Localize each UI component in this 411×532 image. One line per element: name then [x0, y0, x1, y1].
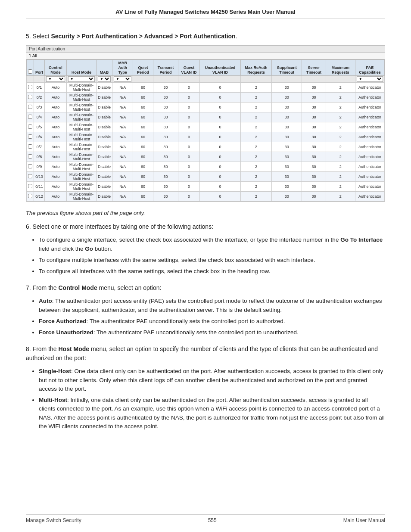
filter-host-mode[interactable]: ▼ — [66, 76, 96, 83]
row-checkbox[interactable] — [28, 164, 32, 168]
step-7-line: 7. From the Control Mode menu, select an… — [26, 283, 385, 292]
filter-mab[interactable]: ▼ — [97, 76, 112, 83]
step-7-bullet-force-auth: Force Authorized: The authenticator PAE … — [39, 317, 385, 326]
row-checkbox[interactable] — [28, 144, 32, 149]
row-checkbox-cell[interactable] — [27, 93, 34, 103]
table-row: 0/8AutoMulti-Domain-Multi-HostDisableN/A… — [27, 152, 385, 162]
table-cell: 60 — [133, 93, 153, 103]
footer-left: Manage Switch Security — [26, 517, 81, 523]
filter-mab-auth[interactable]: ▼ — [112, 76, 133, 83]
step-7-bullet-auto: Auto: The authenticator port access enti… — [39, 297, 385, 314]
step-5-line: 5. Select Security > Port Authentication… — [26, 32, 385, 41]
row-checkbox[interactable] — [28, 154, 32, 159]
row-checkbox[interactable] — [28, 85, 32, 89]
table-cell: Disable — [97, 83, 112, 93]
header-title: AV Line of Fully Managed Switches M4250 … — [115, 9, 295, 15]
table-cell: 2 — [241, 112, 272, 122]
row-checkbox-cell[interactable] — [27, 103, 34, 112]
table-cell: 60 — [133, 83, 153, 93]
filter-unauth — [200, 76, 241, 83]
table-cell: 30 — [153, 93, 178, 103]
row-checkbox[interactable] — [28, 194, 32, 198]
table-cell: 30 — [153, 103, 178, 112]
row-checkbox[interactable] — [28, 115, 32, 119]
row-checkbox[interactable] — [28, 95, 32, 99]
table-filter-row: ▼ ▼ ▼ ▼ ▼ — [27, 76, 385, 83]
table-cell: 0 — [200, 172, 241, 182]
table-cell: 0/5 — [34, 122, 45, 132]
row-checkbox-cell[interactable] — [27, 192, 34, 202]
select-all-checkbox[interactable] — [28, 69, 32, 74]
table-cell: 2 — [241, 152, 272, 162]
go-to-interface-bold: Go To Interface — [340, 236, 383, 243]
table-cell: 60 — [133, 172, 153, 182]
force-unauthorized-bold: Force Unauthorized — [39, 329, 93, 336]
table-cell: 60 — [133, 122, 153, 132]
row-checkbox-cell[interactable] — [27, 162, 34, 172]
table-cell: Authenticator — [355, 142, 384, 152]
table-cell: 0 — [200, 103, 241, 112]
filter-control-mode-select[interactable]: ▼ — [46, 76, 65, 82]
row-checkbox-cell[interactable] — [27, 172, 34, 182]
row-checkbox-cell[interactable] — [27, 132, 34, 142]
table-cell: 30 — [302, 142, 326, 152]
table-cell: 60 — [133, 103, 153, 112]
table-cell: 30 — [302, 132, 326, 142]
table-cell: 30 — [272, 93, 302, 103]
table-cell: 30 — [302, 192, 326, 202]
row-checkbox[interactable] — [28, 105, 32, 109]
row-checkbox[interactable] — [28, 134, 32, 139]
table-cell: Multi-Domain-Multi-Host — [66, 122, 96, 132]
table-cell: Auto — [45, 122, 67, 132]
filter-mab-select[interactable]: ▼ — [98, 76, 111, 82]
table-cell: 60 — [133, 192, 153, 202]
filter-guest — [178, 76, 200, 83]
th-quiet-period: Quiet Period — [133, 60, 153, 76]
row-checkbox-cell[interactable] — [27, 112, 34, 122]
footer-right: Main User Manual — [343, 517, 385, 523]
step-5-number: 5. — [26, 33, 31, 40]
table-cell: 2 — [241, 132, 272, 142]
row-checkbox-cell[interactable] — [27, 122, 34, 132]
table-cell: 0/11 — [34, 182, 45, 192]
row-checkbox[interactable] — [28, 124, 32, 129]
table-cell: 30 — [153, 192, 178, 202]
table-cell: 2 — [326, 112, 355, 122]
table-cell: 2 — [326, 162, 355, 172]
row-checkbox-cell[interactable] — [27, 152, 34, 162]
th-control-mode: Control Mode — [45, 60, 67, 76]
row-checkbox[interactable] — [28, 184, 32, 188]
filter-host-mode-select[interactable]: ▼ — [68, 76, 95, 82]
table-cell: Multi-Domain-Multi-Host — [66, 172, 96, 182]
table-cell: 0 — [178, 162, 200, 172]
th-port: Port — [34, 60, 45, 76]
row-checkbox-cell[interactable] — [27, 182, 34, 192]
row-checkbox[interactable] — [28, 174, 32, 178]
table-cell: 30 — [302, 172, 326, 182]
table-cell: 60 — [133, 112, 153, 122]
step-6-bullet-3: To configure all interfaces with the sam… — [39, 267, 385, 276]
table-cell: Disable — [97, 142, 112, 152]
filter-pae-select[interactable]: ▼ — [357, 76, 383, 82]
table-cell: 0/12 — [34, 192, 45, 202]
table-cell: 0/10 — [34, 172, 45, 182]
filter-pae[interactable]: ▼ — [355, 76, 384, 83]
table-cell: Disable — [97, 103, 112, 112]
table-body: 0/1AutoMulti-Domain-Multi-HostDisableN/A… — [27, 83, 385, 202]
port-auth-table-container: Port Authentication 1 All Port Control M… — [26, 45, 385, 202]
filter-supplicant — [272, 76, 302, 83]
table-cell: N/A — [112, 172, 133, 182]
filter-mab-auth-select[interactable]: ▼ — [114, 76, 131, 82]
table-cell: 2 — [241, 103, 272, 112]
row-checkbox-cell[interactable] — [27, 142, 34, 152]
table-cell: 30 — [302, 182, 326, 192]
table-cell: 0 — [178, 132, 200, 142]
table-cell: 2 — [241, 192, 272, 202]
table-cell: 30 — [272, 162, 302, 172]
table-cell: 30 — [153, 122, 178, 132]
table-cell: 0 — [200, 192, 241, 202]
step-7-bullet-force-unauth: Force Unauthorized: The authenticator PA… — [39, 328, 385, 337]
th-max-requests: Maximum Requests — [326, 60, 355, 76]
filter-control-mode[interactable]: ▼ — [45, 76, 67, 83]
row-checkbox-cell[interactable] — [27, 83, 34, 93]
